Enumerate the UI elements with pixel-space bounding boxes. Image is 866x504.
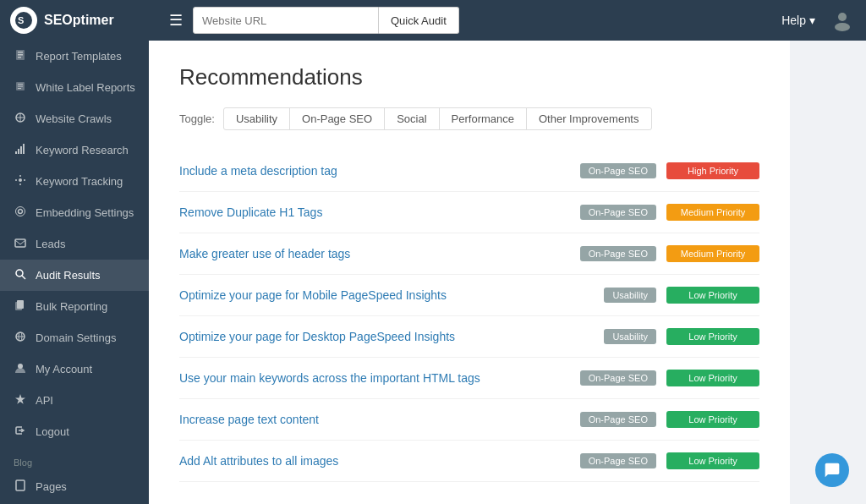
svg-point-3 bbox=[835, 23, 850, 31]
sidebar-item-label: API bbox=[36, 394, 53, 407]
audit-button[interactable]: Quick Audit bbox=[379, 7, 459, 34]
rec-title[interactable]: Add Alt attributes to all images bbox=[179, 454, 580, 468]
svg-point-19 bbox=[19, 178, 22, 182]
rec-category: On-Page SEO bbox=[580, 412, 656, 427]
rec-title[interactable]: Include a meta description tag bbox=[179, 164, 580, 178]
topbar-middle: ☰ Quick Audit bbox=[159, 7, 781, 34]
sidebar-item-my-account[interactable]: My Account bbox=[0, 353, 149, 385]
rec-category: On-Page SEO bbox=[580, 205, 656, 220]
url-input[interactable] bbox=[193, 7, 379, 34]
sidebar-item-label: Audit Results bbox=[36, 269, 101, 282]
rec-title[interactable]: Remove Duplicate H1 Tags bbox=[179, 205, 580, 219]
sidebar-item-white-label-reports[interactable]: White Label Reports bbox=[0, 72, 149, 103]
svg-rect-18 bbox=[23, 144, 25, 154]
svg-point-20 bbox=[19, 210, 23, 214]
rec-category: Usability bbox=[604, 288, 656, 303]
sidebar-item-keyword-tracking[interactable]: Keyword Tracking bbox=[0, 166, 149, 197]
chat-bubble[interactable] bbox=[815, 453, 849, 487]
svg-rect-6 bbox=[18, 54, 23, 56]
sidebar-item-keyword-research[interactable]: Keyword Research bbox=[0, 134, 149, 166]
logo-icon: S bbox=[10, 7, 37, 34]
rec-row: Increase page text content On-Page SEO L… bbox=[179, 399, 759, 441]
sidebar-item-label: Keyword Research bbox=[36, 144, 129, 156]
rec-title[interactable]: Use your main keywords across the import… bbox=[179, 371, 580, 385]
topbar-right: Help ▾ bbox=[781, 7, 856, 34]
sidebar-item-pages[interactable]: Pages bbox=[0, 471, 149, 502]
rec-row: Include a meta description tag On-Page S… bbox=[179, 151, 759, 192]
sidebar-section-blog: Blog bbox=[0, 447, 149, 471]
page-title: Recommendations bbox=[179, 64, 759, 90]
rec-row: Optimize your page for Mobile PageSpeed … bbox=[179, 275, 759, 316]
toggle-btn-usability[interactable]: Usability bbox=[223, 107, 290, 130]
bulk-reporting-icon bbox=[14, 299, 27, 314]
keyword-research-icon bbox=[14, 143, 27, 157]
logo-area: S SEOptimer bbox=[10, 7, 159, 34]
hamburger-button[interactable]: ☰ bbox=[159, 11, 193, 30]
rec-category: On-Page SEO bbox=[580, 453, 656, 468]
rec-title[interactable]: Optimize your page for Desktop PageSpeed… bbox=[179, 330, 604, 343]
rec-category: On-Page SEO bbox=[580, 163, 656, 178]
sidebar-item-website-crawls[interactable]: Website Crawls bbox=[0, 103, 149, 134]
user-icon[interactable] bbox=[829, 7, 856, 34]
right-panel bbox=[790, 41, 866, 504]
toggle-btn-performance[interactable]: Performance bbox=[439, 107, 527, 130]
svg-line-23 bbox=[22, 276, 25, 279]
toggle-label: Toggle: bbox=[179, 112, 215, 125]
recommendations-list: Include a meta description tag On-Page S… bbox=[179, 151, 759, 482]
logout-icon bbox=[14, 425, 27, 439]
svg-rect-17 bbox=[20, 146, 22, 154]
sidebar-item-domain-settings[interactable]: Domain Settings bbox=[0, 322, 149, 353]
rec-priority: Low Priority bbox=[666, 328, 759, 345]
rec-category: On-Page SEO bbox=[580, 246, 656, 261]
svg-rect-21 bbox=[15, 239, 25, 247]
rec-row: Optimize your page for Desktop PageSpeed… bbox=[179, 316, 759, 358]
sidebar-item-report-templates[interactable]: Report Templates bbox=[0, 41, 149, 72]
toggle-bar: Toggle: UsabilityOn-Page SEOSocialPerfor… bbox=[179, 107, 759, 130]
svg-rect-25 bbox=[17, 300, 24, 309]
sidebar-item-leads[interactable]: Leads bbox=[0, 228, 149, 260]
svg-rect-11 bbox=[18, 88, 21, 89]
leads-icon bbox=[14, 237, 27, 251]
my-account-icon bbox=[14, 362, 27, 376]
svg-rect-10 bbox=[18, 86, 23, 87]
sidebar-item-label: Bulk Reporting bbox=[36, 300, 107, 313]
sidebar-item-label: Keyword Tracking bbox=[36, 175, 123, 188]
topbar: S SEOptimer ☰ Quick Audit Help ▾ bbox=[0, 0, 866, 41]
rec-category: Usability bbox=[604, 329, 656, 344]
svg-rect-7 bbox=[18, 57, 21, 58]
sidebar: Report Templates White Label Reports Web… bbox=[0, 41, 149, 504]
svg-rect-30 bbox=[16, 480, 25, 490]
content-area: Recommendations Toggle: UsabilityOn-Page… bbox=[149, 41, 790, 504]
help-button[interactable]: Help ▾ bbox=[781, 14, 815, 27]
sidebar-item-label: Report Templates bbox=[36, 50, 122, 63]
logo-text: SEOptimer bbox=[44, 13, 114, 28]
sidebar-item-label: Domain Settings bbox=[36, 331, 116, 344]
svg-rect-16 bbox=[18, 149, 19, 154]
toggle-btn-social[interactable]: Social bbox=[384, 107, 439, 130]
chevron-down-icon: ▾ bbox=[809, 14, 815, 27]
rec-title[interactable]: Make greater use of header tags bbox=[179, 247, 580, 260]
svg-text:S: S bbox=[18, 15, 24, 25]
svg-point-2 bbox=[838, 13, 847, 21]
sidebar-item-logout[interactable]: Logout bbox=[0, 416, 149, 447]
audit-results-icon bbox=[14, 268, 27, 282]
rec-priority: Low Priority bbox=[666, 452, 759, 469]
sidebar-item-label: Embedding Settings bbox=[36, 206, 134, 219]
website-crawls-icon bbox=[14, 112, 27, 126]
api-icon bbox=[14, 393, 27, 408]
pages-icon bbox=[14, 479, 27, 494]
sidebar-item-audit-results[interactable]: Audit Results bbox=[0, 260, 149, 291]
sidebar-item-label: White Label Reports bbox=[36, 81, 135, 94]
svg-rect-15 bbox=[15, 151, 17, 154]
domain-settings-icon bbox=[14, 331, 27, 345]
svg-rect-9 bbox=[18, 84, 23, 85]
toggle-btn-other-improvements[interactable]: Other Improvements bbox=[526, 107, 652, 130]
toggle-btn-on-page-seo[interactable]: On-Page SEO bbox=[289, 107, 385, 130]
main-layout: Report Templates White Label Reports Web… bbox=[0, 41, 866, 504]
sidebar-item-embedding-settings[interactable]: Embedding Settings bbox=[0, 197, 149, 228]
rec-title[interactable]: Optimize your page for Mobile PageSpeed … bbox=[179, 288, 604, 302]
sidebar-item-api[interactable]: API bbox=[0, 385, 149, 416]
sidebar-item-label: My Account bbox=[36, 363, 92, 375]
rec-title[interactable]: Increase page text content bbox=[179, 413, 580, 426]
sidebar-item-bulk-reporting[interactable]: Bulk Reporting bbox=[0, 291, 149, 322]
